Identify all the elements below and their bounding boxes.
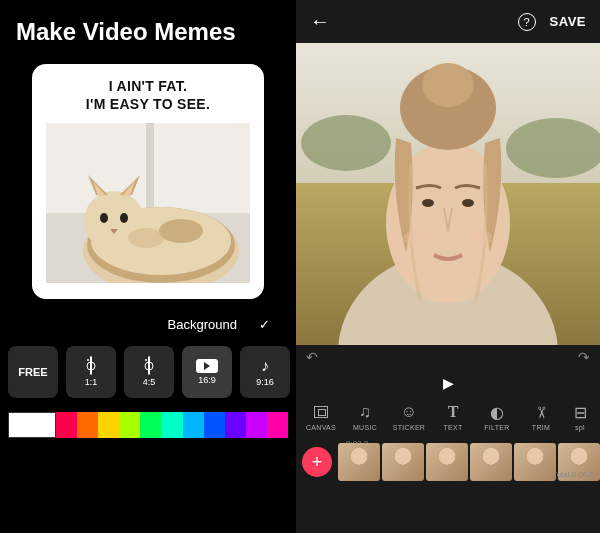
ratio-1-1[interactable]: 1:1 [66, 346, 116, 398]
youtube-icon [196, 359, 218, 373]
instagram-icon [148, 356, 150, 375]
aspect-ratio-list: FREE 1:1 4:5 16:9 ♪9:16 3:4 [0, 338, 296, 398]
timeline-clip[interactable] [426, 443, 468, 481]
meme-preview-card[interactable]: I AIN'T FAT. I'M EASY TO SEE. [32, 64, 264, 299]
color-swatch[interactable] [267, 412, 288, 438]
tool-music[interactable]: ♫MUSIC [344, 403, 386, 431]
svg-point-21 [462, 199, 474, 207]
color-swatch[interactable] [8, 412, 56, 438]
save-button[interactable]: SAVE [550, 14, 586, 29]
color-swatch[interactable] [77, 412, 98, 438]
play-button[interactable]: ▶ [296, 369, 600, 397]
split-icon: ⊟ [574, 403, 587, 421]
timeline-clip[interactable] [382, 443, 424, 481]
timeline-clip[interactable] [470, 443, 512, 481]
background-label: Background [168, 317, 237, 332]
sticker-icon: ☺ [401, 403, 417, 421]
tool-sticker[interactable]: ☺STICKER [388, 403, 430, 431]
meme-text: I AIN'T FAT. I'M EASY TO SEE. [46, 78, 250, 113]
color-swatch[interactable] [246, 412, 267, 438]
tool-canvas[interactable]: CANVAS [300, 403, 342, 431]
ratio-free[interactable]: FREE [8, 346, 58, 398]
color-swatch[interactable] [119, 412, 140, 438]
tool-split[interactable]: ⊟spl [564, 403, 596, 431]
svg-point-10 [159, 219, 203, 243]
add-clip-button[interactable]: + [302, 447, 332, 477]
color-swatch[interactable] [183, 412, 204, 438]
meme-image [46, 123, 250, 283]
meme-settings-panel: Make Video Memes I AIN'T FAT. I'M EASY T… [0, 0, 296, 533]
music-icon: ♫ [359, 403, 371, 421]
canvas-icon [314, 406, 328, 418]
timeline-clip[interactable] [514, 443, 556, 481]
ratio-4-5[interactable]: 4:5 [124, 346, 174, 398]
help-icon[interactable]: ? [518, 13, 536, 31]
back-icon[interactable]: ← [310, 10, 330, 33]
svg-point-8 [100, 213, 108, 223]
tool-trim[interactable]: ✂TRIM [520, 403, 562, 431]
text-icon: T [448, 403, 459, 421]
color-swatch[interactable] [204, 412, 225, 438]
trim-icon: ✂ [535, 403, 548, 421]
timeline[interactable]: 0:02.3 + Total 0:06.5 [296, 437, 600, 481]
playback-controls: ↶ ↷ [296, 345, 600, 369]
tool-text[interactable]: TTEXT [432, 403, 474, 431]
svg-point-9 [120, 213, 128, 223]
svg-point-11 [128, 228, 164, 248]
instagram-icon [90, 356, 92, 375]
svg-point-14 [301, 115, 391, 171]
svg-point-23 [468, 230, 492, 246]
redo-icon[interactable]: ↷ [578, 349, 590, 365]
tool-filter[interactable]: ◐FILTER [476, 403, 518, 431]
background-row: Background ✓ [0, 307, 296, 338]
color-swatch[interactable] [98, 412, 119, 438]
tiktok-icon: ♪ [261, 357, 269, 375]
ratio-9-16[interactable]: ♪9:16 [240, 346, 290, 398]
checkmark-icon[interactable]: ✓ [259, 317, 270, 332]
page-title: Make Video Memes [0, 0, 296, 56]
ratio-16-9[interactable]: 16:9 [182, 346, 232, 398]
video-editor-panel: ← ? SAVE [296, 0, 600, 533]
svg-rect-2 [146, 123, 154, 213]
svg-point-19 [422, 63, 474, 107]
svg-point-22 [404, 230, 428, 246]
timeline-clip[interactable] [338, 443, 380, 481]
undo-icon[interactable]: ↶ [306, 349, 318, 365]
svg-point-20 [422, 199, 434, 207]
color-swatch[interactable] [56, 412, 77, 438]
filter-icon: ◐ [490, 403, 504, 421]
color-swatch[interactable] [140, 412, 161, 438]
tool-bar: CANVAS ♫MUSIC ☺STICKER TTEXT ◐FILTER ✂TR… [296, 397, 600, 437]
color-swatch[interactable] [225, 412, 246, 438]
color-palette [8, 412, 288, 438]
video-preview[interactable] [296, 43, 600, 345]
color-swatch[interactable] [161, 412, 182, 438]
timeline-total: Total 0:06.5 [553, 470, 594, 479]
editor-topbar: ← ? SAVE [296, 0, 600, 43]
